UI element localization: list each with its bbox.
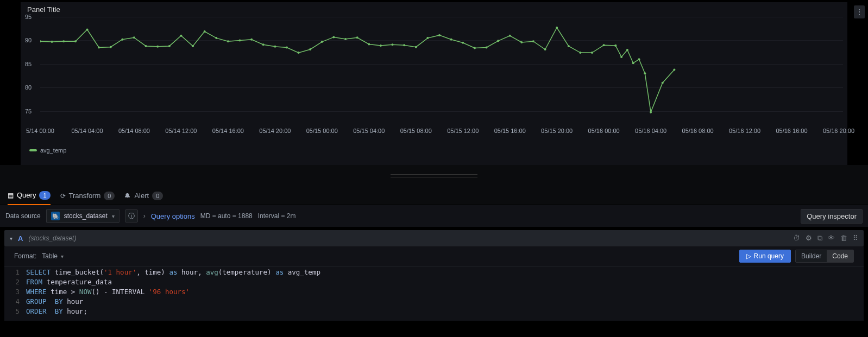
chart-legend[interactable]: avg_temp (21, 145, 847, 154)
x-axis-tick: 05/14 12:00 (165, 128, 197, 134)
tab-transform[interactable]: ⟳ Transform 0 (60, 187, 115, 205)
svg-point-27 (356, 36, 358, 39)
query-row-header[interactable]: ▾ A (stocks_dataset) ⏱ ⚙︎ ⧉ 👁 🗑 ⠿ (4, 230, 864, 246)
x-axis-tick: 05/16 12:00 (729, 128, 760, 134)
svg-point-20 (274, 46, 276, 48)
query-drag-handle-icon[interactable]: ⠿ (853, 234, 858, 243)
svg-point-40 (509, 35, 511, 37)
y-axis-tick: 90 (25, 37, 32, 43)
query-settings-icon[interactable]: ⚙︎ (806, 234, 812, 243)
query-time-shift-icon[interactable]: ⏱ (793, 234, 800, 243)
transform-icon: ⟳ (60, 192, 66, 200)
panel-menu-button[interactable]: ⋮ (854, 5, 865, 18)
query-duplicate-icon[interactable]: ⧉ (817, 234, 822, 243)
svg-point-14 (204, 30, 206, 33)
line-chart (40, 17, 839, 125)
x-axis-tick: 05/16 04:00 (635, 128, 666, 134)
query-md-text: MD = auto = 1888 (200, 212, 253, 220)
svg-point-34 (438, 34, 441, 36)
svg-point-43 (544, 48, 546, 50)
svg-point-26 (344, 38, 347, 40)
svg-point-25 (332, 36, 335, 38)
query-delete-icon[interactable]: 🗑 (840, 234, 847, 243)
panel-resizer[interactable] (0, 165, 868, 187)
chart-area[interactable]: 7580859095 5/14 00:0005/14 04:0005/14 08… (25, 17, 843, 145)
line-number: 2 (4, 277, 26, 287)
svg-point-39 (497, 40, 499, 42)
legend-label: avg_temp (40, 147, 66, 154)
play-icon: ▷ (746, 252, 751, 260)
svg-point-32 (415, 46, 417, 48)
svg-point-53 (632, 62, 634, 64)
svg-point-56 (650, 111, 652, 113)
svg-point-1 (51, 41, 53, 43)
svg-point-36 (462, 42, 464, 44)
chevron-down-icon: ▾ (61, 253, 64, 259)
svg-point-12 (180, 35, 182, 37)
svg-point-0 (40, 40, 41, 42)
svg-point-28 (368, 43, 370, 45)
query-inspector-button[interactable]: Query inspector (801, 209, 863, 224)
line-number: 4 (4, 297, 26, 307)
svg-point-21 (286, 47, 288, 49)
svg-point-52 (626, 49, 628, 51)
x-axis-tick: 5/14 00:00 (26, 128, 54, 134)
svg-point-2 (62, 40, 65, 42)
line-number: 1 (4, 268, 26, 277)
editor-mode-code[interactable]: Code (827, 250, 853, 262)
svg-point-54 (638, 58, 640, 60)
data-source-label: Data source (5, 212, 41, 220)
svg-point-24 (321, 41, 323, 43)
sql-code-editor[interactable]: 1SELECT time_bucket('1 hour', time) as h… (4, 266, 864, 321)
svg-point-6 (110, 46, 112, 48)
chart-panel: Panel Title ⋮ 7580859095 5/14 00:0005/14… (21, 2, 847, 165)
query-toggle-visibility-icon[interactable]: 👁 (828, 234, 835, 243)
svg-point-55 (644, 72, 646, 74)
y-axis-tick: 85 (25, 61, 32, 67)
panel-title: Panel Title (21, 2, 847, 14)
svg-point-3 (74, 40, 77, 42)
run-query-button[interactable]: ▷ Run query (739, 250, 791, 263)
svg-point-44 (556, 27, 558, 29)
database-icon: ▤ (8, 192, 14, 199)
svg-point-10 (156, 46, 159, 48)
query-interval-text: Interval = 2m (258, 212, 296, 220)
format-label: Format: (14, 252, 36, 260)
svg-point-30 (392, 43, 394, 46)
svg-point-57 (662, 82, 664, 84)
tab-alert[interactable]: 🔔︎ Alert 0 (124, 187, 163, 205)
svg-point-37 (474, 47, 476, 49)
x-axis-tick: 05/15 08:00 (400, 128, 432, 134)
format-select[interactable]: Table ▾ (42, 252, 64, 260)
editor-mode-builder[interactable]: Builder (796, 250, 827, 262)
svg-point-7 (121, 39, 123, 41)
svg-point-13 (192, 45, 194, 47)
svg-point-58 (673, 68, 675, 71)
bottom-tabs: ▤ Query 1 ⟳ Transform 0 🔔︎ Alert 0 (0, 187, 868, 205)
svg-point-45 (568, 45, 570, 47)
query-options-row: Data source 🐘 stocks_dataset ▾ ⓘ › Query… (0, 205, 868, 227)
svg-point-48 (603, 44, 605, 46)
query-ref-id: A (18, 234, 23, 243)
data-source-picker[interactable]: 🐘 stocks_dataset ▾ (46, 209, 119, 223)
x-axis-tick: 05/15 04:00 (353, 128, 385, 134)
y-axis-tick: 80 (25, 84, 32, 91)
tab-query[interactable]: ▤ Query 1 (8, 187, 51, 205)
svg-point-17 (239, 40, 241, 42)
query-options-toggle[interactable]: Query options (151, 212, 195, 220)
x-axis-tick: 05/14 08:00 (118, 128, 150, 134)
svg-point-38 (486, 47, 488, 49)
svg-point-23 (309, 48, 311, 50)
svg-point-35 (450, 39, 452, 41)
svg-point-51 (620, 56, 622, 58)
x-axis-tick: 05/14 16:00 (212, 128, 244, 134)
x-axis-tick: 05/14 04:00 (71, 128, 103, 134)
svg-point-46 (579, 52, 581, 54)
data-source-help-button[interactable]: ⓘ (125, 209, 138, 222)
chevron-down-icon[interactable]: ▾ (10, 236, 12, 241)
postgres-icon: 🐘 (51, 212, 60, 220)
svg-point-41 (520, 41, 523, 43)
query-ds-name: (stocks_dataset) (28, 234, 76, 242)
x-axis-tick: 05/15 16:00 (494, 128, 526, 134)
query-format-row: Format: Table ▾ ▷ Run query Builder Code (4, 246, 864, 266)
